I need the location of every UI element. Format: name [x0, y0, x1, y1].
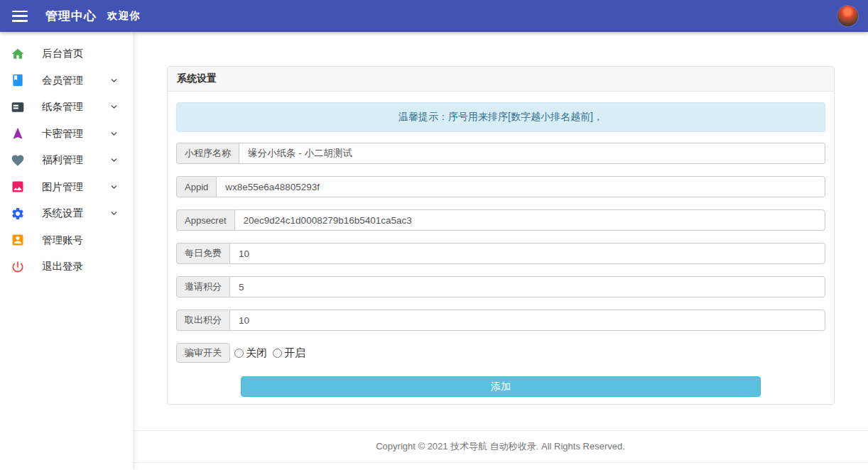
info-alert: 温馨提示：序号用来排序[数字越小排名越前]，: [176, 102, 825, 132]
sidebar-item-label: 福利管理: [42, 153, 109, 167]
sidebar-item-label: 卡密管理: [42, 127, 109, 141]
notes-icon: [11, 100, 25, 114]
chevron-down-icon: [109, 76, 119, 85]
sidebar-item-members[interactable]: 会员管理: [0, 67, 133, 94]
sidebar-item-notes[interactable]: 纸条管理: [0, 94, 133, 121]
withdraw-points-input[interactable]: [229, 310, 825, 331]
topbar: 管理中心 欢迎你: [0, 0, 868, 32]
field-row-appid: Appid: [176, 176, 825, 197]
sidebar-item-label: 纸条管理: [42, 100, 109, 114]
sidebar-item-settings[interactable]: 系统设置: [0, 200, 133, 227]
field-row-miniprogram-name: 小程序名称: [176, 143, 825, 164]
field-label: 取出积分: [176, 310, 229, 331]
field-label: Appsecret: [176, 209, 234, 231]
audit-switch-off-option[interactable]: 关闭: [234, 346, 267, 360]
power-logout-icon: [11, 260, 25, 274]
sidebar-item-dashboard[interactable]: 后台首页: [0, 40, 133, 67]
home-icon: [11, 47, 25, 61]
field-row-appsecret: Appsecret: [176, 209, 825, 231]
sidebar-item-label: 会员管理: [42, 74, 109, 87]
appid-input[interactable]: [216, 176, 825, 197]
radio-option-label: 开启: [284, 346, 305, 360]
field-label: Appid: [176, 176, 216, 197]
appsecret-input[interactable]: [234, 209, 825, 231]
members-icon: [11, 73, 25, 87]
sidebar-item-logout[interactable]: 退出登录: [0, 253, 133, 280]
audit-switch-on-radio[interactable]: [273, 349, 282, 358]
field-row-daily-free: 每日免费: [176, 243, 825, 264]
settings-gear-icon: [11, 207, 25, 221]
settings-panel: 系统设置 温馨提示：序号用来排序[数字越小排名越前]， 小程序名称 Appid …: [167, 66, 835, 405]
sidebar-item-label: 后台首页: [42, 47, 119, 60]
sidebar-item-label: 系统设置: [42, 207, 109, 220]
field-row-withdraw-points: 取出积分: [176, 310, 825, 331]
main-content: 系统设置 温馨提示：序号用来排序[数字越小排名越前]， 小程序名称 Appid …: [133, 32, 868, 470]
sidebar-item-card-keys[interactable]: 卡密管理: [0, 121, 133, 148]
user-avatar[interactable]: [837, 6, 858, 26]
field-label: 邀请积分: [176, 276, 229, 297]
menu-toggle-icon[interactable]: [12, 11, 28, 22]
sidebar-item-images[interactable]: 图片管理: [0, 174, 133, 201]
field-label: 骗审开关: [176, 343, 230, 363]
settings-form: 温馨提示：序号用来排序[数字越小排名越前]， 小程序名称 Appid Appse…: [168, 92, 834, 404]
sidebar-item-label: 管理账号: [42, 234, 119, 247]
sidebar: 后台首页 会员管理 纸条管理 卡密管理: [0, 32, 133, 470]
chevron-down-icon: [109, 102, 119, 111]
field-label: 每日免费: [176, 243, 229, 264]
chevron-down-icon: [109, 209, 119, 218]
audit-switch-off-radio[interactable]: [234, 349, 244, 358]
audit-switch-on-option[interactable]: 开启: [273, 346, 305, 360]
invite-points-input[interactable]: [229, 276, 825, 297]
miniprogram-name-input[interactable]: [239, 143, 825, 164]
sidebar-item-welfare[interactable]: 福利管理: [0, 147, 133, 174]
radio-option-label: 关闭: [246, 346, 267, 360]
field-row-audit-switch: 骗审开关 关闭 开启: [176, 343, 825, 363]
daily-free-input[interactable]: [229, 243, 825, 264]
images-icon: [11, 180, 25, 194]
copyright-footer: Copyright © 2021 技术导航 自动秒收录. All Rights …: [133, 430, 868, 463]
chevron-down-icon: [109, 129, 119, 138]
welcome-text: 欢迎你: [107, 9, 141, 23]
chevron-down-icon: [109, 182, 119, 192]
card-key-icon: [11, 126, 25, 141]
account-badge-icon: [11, 233, 25, 247]
sidebar-item-admin-account[interactable]: 管理账号: [0, 227, 133, 254]
field-row-invite-points: 邀请积分: [176, 276, 825, 297]
add-submit-button[interactable]: 添加: [241, 376, 761, 397]
chevron-down-icon: [109, 155, 119, 165]
panel-title: 系统设置: [168, 67, 834, 92]
sidebar-item-label: 图片管理: [42, 180, 109, 194]
sidebar-item-label: 退出登录: [42, 260, 119, 273]
app-title: 管理中心: [45, 8, 97, 24]
welfare-icon: [11, 153, 25, 168]
field-label: 小程序名称: [176, 143, 239, 164]
